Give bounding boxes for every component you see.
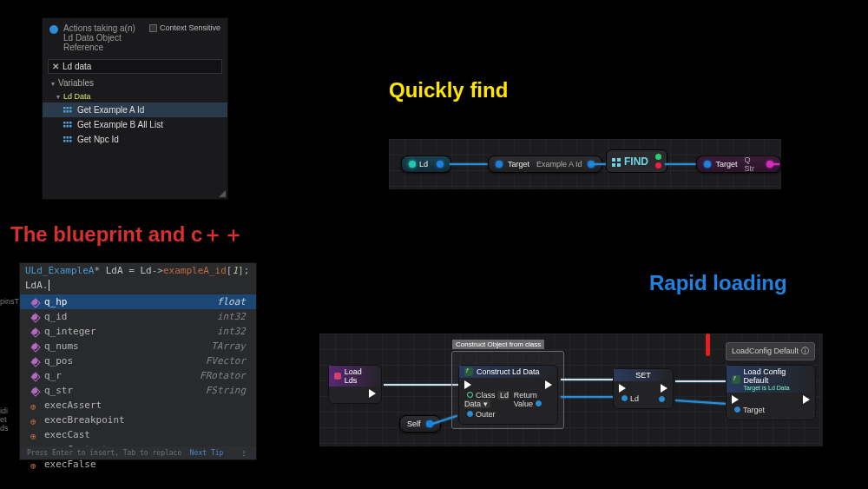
context-menu-search[interactable]: ✕ Ld data xyxy=(48,59,222,74)
svg-rect-12 xyxy=(63,136,66,139)
pin-out-icon[interactable] xyxy=(655,154,661,160)
find-label: FIND xyxy=(624,155,648,168)
exec-in-pin-icon[interactable] xyxy=(619,384,626,393)
autocomplete-item[interactable]: execCast xyxy=(20,427,256,442)
completion-name: q_nums xyxy=(44,340,79,352)
event-load-lds[interactable]: Load Lds xyxy=(328,365,382,404)
pill-target-example[interactable]: Target Example A Id xyxy=(488,155,602,173)
autocomplete-item[interactable]: q_idint32 xyxy=(20,309,256,324)
variable-grid-icon xyxy=(63,136,72,143)
pin-out-icon[interactable] xyxy=(655,162,661,169)
autocomplete-item[interactable]: q_rFRotator xyxy=(20,368,256,383)
object-pin-icon xyxy=(49,25,58,34)
resize-handle-icon[interactable] xyxy=(217,188,226,197)
exec-out-pin-icon[interactable] xyxy=(803,395,810,404)
pin-out-icon[interactable] xyxy=(659,396,665,402)
completion-name: execFalse xyxy=(44,459,96,470)
completion-name: q_r xyxy=(44,370,62,381)
node-set[interactable]: SET Ld xyxy=(613,368,674,409)
pin-out-icon[interactable] xyxy=(409,161,416,168)
autocomplete-footer: Press Enter to insert, Tab to replace Ne… xyxy=(20,446,256,459)
autocomplete-item[interactable]: q_posFVector xyxy=(20,354,256,368)
completion-type: int32 xyxy=(217,311,246,322)
completion-name: q_id xyxy=(44,311,68,322)
find-node[interactable]: FIND xyxy=(606,149,667,173)
method-icon xyxy=(30,416,39,425)
context-menu-header: Actions taking a(n) Ld Data Object Refer… xyxy=(43,18,227,57)
completion-type: FRotator xyxy=(200,370,246,381)
exec-out-pin-icon[interactable] xyxy=(545,380,552,389)
menu-item-label: Get Example A Id xyxy=(77,105,144,115)
pill-label: Self xyxy=(407,420,421,428)
pin-label: Ld xyxy=(630,394,639,403)
pin-in-icon[interactable] xyxy=(704,161,711,168)
autocomplete-item[interactable]: execBreakpoint xyxy=(20,413,256,427)
pin-in-icon[interactable] xyxy=(734,406,740,413)
autocomplete-item[interactable]: q_integerint32 xyxy=(20,324,256,339)
svg-rect-0 xyxy=(63,107,66,109)
blueprint-graph-find[interactable]: Ld Target Example A Id FIND Target Q Str xyxy=(389,139,781,189)
search-input[interactable]: Ld data xyxy=(62,62,91,71)
menu-item-label: Get Example B All List xyxy=(77,120,163,129)
node-construct-ld-data[interactable]: Construct Ld Data Class Ld Data ▾ Return… xyxy=(458,365,558,425)
completion-name: execCast xyxy=(44,429,90,440)
context-menu-item[interactable]: Get Example A Id xyxy=(43,102,227,117)
svg-rect-16 xyxy=(67,140,69,142)
svg-rect-17 xyxy=(69,140,72,142)
next-tip-link[interactable]: Next Tip xyxy=(190,449,224,457)
exec-out-pin-icon[interactable] xyxy=(661,384,667,393)
function-icon xyxy=(464,367,473,376)
pin-in-icon[interactable] xyxy=(621,395,628,401)
category-variables[interactable]: Variables xyxy=(43,76,227,90)
comment-label: Construct Object from class xyxy=(452,340,544,349)
code-line[interactable]: LdA. xyxy=(20,278,256,293)
svg-rect-3 xyxy=(63,110,66,113)
context-menu-item[interactable]: Get Example B All List xyxy=(43,117,227,132)
exec-out-pin-icon[interactable] xyxy=(369,389,376,398)
svg-rect-5 xyxy=(69,110,72,113)
svg-rect-10 xyxy=(67,125,69,128)
pin-out-icon[interactable] xyxy=(536,400,542,406)
menu-item-label: Get Npc Id xyxy=(77,135,119,144)
field-icon xyxy=(30,387,39,395)
variable-grid-icon xyxy=(63,122,72,129)
method-icon xyxy=(30,460,39,469)
pager-dots-icon[interactable]: ⋮ xyxy=(240,449,249,457)
context-menu-item[interactable]: Get Npc Id xyxy=(43,132,227,147)
pin-label: Outer xyxy=(476,410,496,419)
svg-rect-9 xyxy=(63,125,66,128)
svg-rect-2 xyxy=(69,107,72,109)
pin-in-icon[interactable] xyxy=(496,161,503,168)
field-icon xyxy=(30,372,39,380)
clear-search-icon[interactable]: ✕ xyxy=(52,62,59,71)
blueprint-graph-load[interactable]: Load Lds Construct Object from class Con… xyxy=(319,334,823,446)
exec-in-pin-icon[interactable] xyxy=(464,380,471,389)
autocomplete-item[interactable]: q_hpfloat xyxy=(20,294,256,309)
autocomplete-list[interactable]: q_hpfloatq_idint32q_integerint32q_numsTA… xyxy=(20,294,256,472)
exec-in-pin-icon[interactable] xyxy=(732,395,739,404)
side-gutter: pinsT xyxy=(0,297,19,306)
svg-rect-15 xyxy=(63,140,66,142)
svg-rect-8 xyxy=(69,122,72,124)
pill-ld[interactable]: Ld xyxy=(401,155,451,173)
autocomplete-item[interactable]: execAssert xyxy=(20,398,256,413)
pill-label: Ld xyxy=(419,160,428,169)
svg-rect-18 xyxy=(612,158,615,162)
blueprint-context-menu[interactable]: Actions taking a(n) Ld Data Object Refer… xyxy=(42,17,228,200)
completion-type: TArray xyxy=(211,340,246,352)
heading-blueprint-cpp: The blueprint and c＋＋ xyxy=(10,221,244,248)
tooltip-loadconfig: LoadConfig Default ⓘ xyxy=(726,342,815,360)
context-sensitive-toggle[interactable]: Context Sensitive xyxy=(149,23,220,32)
code-editor-popup[interactable]: ULd_ExampleA* LdA = Ld->exampleA_id[1]; … xyxy=(19,262,257,460)
pin-out-icon[interactable] xyxy=(437,161,444,168)
autocomplete-item[interactable]: q_strFString xyxy=(20,383,256,398)
subcategory-ld-data[interactable]: Ld Data xyxy=(43,90,227,102)
completion-type: float xyxy=(217,296,246,307)
pin-in-icon[interactable] xyxy=(467,392,473,398)
svg-rect-21 xyxy=(617,163,621,167)
node-load-config-default[interactable]: Load Config Default Target is Ld Data Ta… xyxy=(726,365,816,420)
red-annotation-mark xyxy=(706,334,710,356)
autocomplete-item[interactable]: q_numsTArray xyxy=(20,339,256,354)
completion-name: q_pos xyxy=(44,355,73,367)
pin-in-icon[interactable] xyxy=(467,411,473,417)
